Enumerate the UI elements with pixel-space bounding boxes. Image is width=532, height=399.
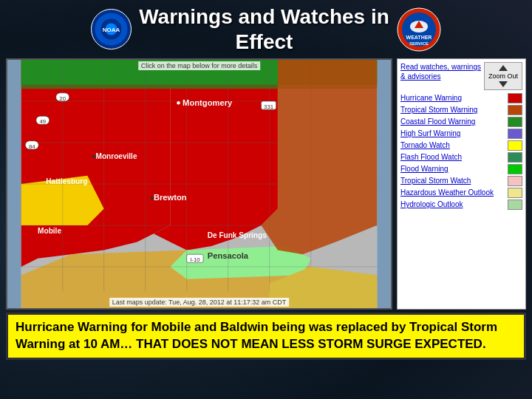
legend-items: Hurricane WarningTropical Storm WarningC… [400, 93, 522, 210]
svg-marker-13 [21, 60, 171, 267]
svg-point-33 [177, 101, 180, 104]
read-watches-link[interactable]: Read watches, warnings & advisories [400, 62, 481, 81]
legend-item: Hazardous Weather Outlook [400, 188, 522, 198]
legend-item-color [508, 105, 522, 115]
legend-item-label[interactable]: Hazardous Weather Outlook [400, 188, 505, 197]
legend-item-label[interactable]: Hurricane Warning [400, 94, 505, 103]
noaa-logo: NOAA [91, 9, 132, 50]
legend-item: Tornado Watch [400, 140, 522, 151]
svg-text:Hattiesburg: Hattiesburg [46, 177, 87, 185]
legend-item: Tropical Storm Warning [400, 105, 522, 115]
zoom-out-label: Zoom Out [488, 72, 518, 80]
legend-item: Flood Warning [400, 164, 522, 174]
bottom-text-banner: Hurricane Warning for Mobile and Baldwin… [6, 313, 526, 360]
legend-item-color [508, 93, 522, 103]
legend-item-label[interactable]: High Surf Warning [400, 129, 505, 138]
legend-item: Flash Flood Watch [400, 152, 522, 163]
main-content: Click on the map below for more details [0, 58, 532, 310]
svg-text:SERVICE: SERVICE [409, 41, 429, 46]
svg-point-38 [150, 197, 153, 200]
legend-item-label[interactable]: Flood Warning [400, 165, 505, 174]
legend-item: Tropical Storm Watch [400, 176, 522, 186]
svg-text:Monroeville: Monroeville [96, 153, 137, 161]
svg-marker-52 [262, 60, 378, 254]
legend-item-label[interactable]: Tornado Watch [400, 141, 505, 150]
svg-text:Pensacola: Pensacola [208, 251, 249, 260]
zoom-arrow-down [499, 81, 508, 87]
legend-item-color [508, 188, 522, 198]
svg-text:49: 49 [39, 118, 46, 125]
legend-item-label[interactable]: Tropical Storm Warning [400, 106, 505, 115]
svg-point-35 [92, 155, 95, 158]
svg-text:Mobile: Mobile [38, 227, 61, 235]
legend-item-label[interactable]: Hydrologic Outlook [400, 200, 505, 209]
svg-text:84: 84 [29, 143, 35, 150]
legend-item-color [508, 176, 522, 186]
legend-panel: Read watches, warnings & advisories Zoom… [397, 58, 526, 310]
legend-item-color [508, 140, 522, 151]
legend-item: Hurricane Warning [400, 93, 522, 103]
map-container[interactable]: Click on the map below for more details [6, 58, 392, 310]
svg-text:Montgomery: Montgomery [183, 98, 233, 107]
zoom-arrow-up [499, 65, 508, 71]
svg-text:NOAA: NOAA [103, 27, 120, 33]
map-timestamp: Last maps update: Tue, Aug. 28, 2012 at … [109, 298, 290, 307]
svg-text:20: 20 [59, 95, 66, 102]
svg-text:De Funk Springs: De Funk Springs [208, 231, 267, 239]
svg-text:WEATHER: WEATHER [406, 35, 432, 40]
legend-item-color [508, 129, 522, 139]
nws-logo: WEATHER SERVICE [397, 7, 441, 52]
legend-item-label[interactable]: Tropical Storm Watch [400, 177, 505, 185]
page-header: NOAA Warnings and Watches in Effect WEAT… [0, 0, 532, 58]
legend-item-label[interactable]: Coastal Flood Warning [400, 117, 505, 126]
map-svg[interactable]: Montgomery Monroeville Hattiesburg Brewt… [7, 60, 391, 308]
legend-item-color [508, 152, 522, 163]
legend-item: Hydrologic Outlook [400, 200, 522, 210]
page-title: Warnings and Watches in Effect [139, 4, 389, 54]
svg-text:Brewton: Brewton [154, 194, 187, 202]
svg-text:I-10: I-10 [190, 256, 200, 263]
bottom-message: Hurricane Warning for Mobile and Baldwin… [16, 320, 497, 351]
map-instruction: Click on the map below for more details [138, 61, 261, 70]
zoom-out-button[interactable]: Zoom Out [484, 62, 522, 90]
legend-item-color [508, 200, 522, 210]
legend-item-color [508, 117, 522, 127]
legend-top: Read watches, warnings & advisories Zoom… [400, 62, 522, 90]
legend-item-color [508, 164, 522, 174]
legend-item: Coastal Flood Warning [400, 117, 522, 127]
legend-item-label[interactable]: Flash Flood Watch [400, 153, 505, 162]
svg-text:331: 331 [264, 103, 273, 110]
legend-item: High Surf Warning [400, 129, 522, 139]
